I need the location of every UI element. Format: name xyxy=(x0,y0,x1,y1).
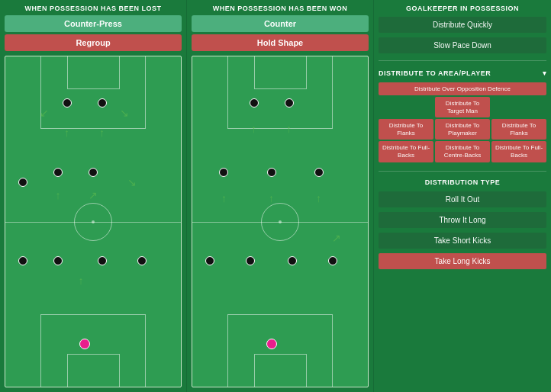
arrow-icon: ↑ xyxy=(56,190,61,201)
arrow-icon: ↗ xyxy=(332,233,341,243)
distribute-full-backs-left-button[interactable]: Distribute To Full-Backs xyxy=(379,141,433,162)
arrow-icon: ↑ xyxy=(251,124,256,134)
pitch-center-dot xyxy=(279,220,282,223)
distribute-grid: Distribute Over Opposition Defence Distr… xyxy=(379,82,546,162)
roll-it-out-button[interactable]: Roll It Out xyxy=(379,191,546,207)
player xyxy=(285,98,294,108)
divider xyxy=(379,60,546,61)
slow-pace-down-button[interactable]: Slow Pace Down xyxy=(379,37,546,53)
player xyxy=(98,98,107,108)
goalkeeper xyxy=(79,339,90,349)
throw-it-long-button[interactable]: Throw It Long xyxy=(379,212,546,228)
player xyxy=(267,168,276,177)
panel-possession-lost: WHEN POSSESSION HAS BEEN LOST Counter-Pr… xyxy=(0,0,187,392)
panel-left-header: WHEN POSSESSION HAS BEEN LOST xyxy=(5,5,182,12)
arrow-icon: ↑ xyxy=(99,127,105,138)
player xyxy=(18,178,27,187)
dist-type-header: DISTRIBUTION TYPE xyxy=(379,178,546,186)
pitch-top-small-box xyxy=(67,56,120,89)
player xyxy=(288,256,297,265)
panel-goalkeeper: GOALKEEPER IN POSSESSION Distribute Quic… xyxy=(374,0,551,392)
arrow-icon: ↑ xyxy=(316,193,321,204)
player xyxy=(328,256,337,265)
panel-middle-header: WHEN POSSESSION HAS BEEN WON xyxy=(192,5,369,12)
distribute-flanks-right-button[interactable]: Distribute To Flanks xyxy=(491,119,546,140)
panel-possession-won: WHEN POSSESSION HAS BEEN WON Counter Hol… xyxy=(187,0,374,392)
hold-shape-button[interactable]: Hold Shape xyxy=(192,34,369,51)
player xyxy=(98,256,107,265)
chevron-down-icon[interactable]: ▾ xyxy=(543,69,547,77)
pitch-bottom-small-box xyxy=(254,354,307,387)
pitch-center-dot xyxy=(92,220,95,223)
regroup-button[interactable]: Regroup xyxy=(5,34,182,51)
arrow-icon: ↑ xyxy=(221,193,227,204)
player xyxy=(250,98,259,108)
player xyxy=(205,256,214,265)
goalkeeper xyxy=(266,339,277,349)
player xyxy=(63,98,72,108)
distribute-over-opposition-button[interactable]: Distribute Over Opposition Defence xyxy=(379,82,546,95)
player xyxy=(89,168,98,177)
player xyxy=(314,168,324,177)
arrow-icon: ↘ xyxy=(120,108,129,118)
arrow-icon: ↗ xyxy=(89,190,98,201)
distribute-full-backs-right-button[interactable]: Distribute To Full-Backs xyxy=(491,141,546,162)
arrow-icon: ↑ xyxy=(286,124,292,134)
counter-press-button[interactable]: Counter-Press xyxy=(5,15,182,32)
empty-cell xyxy=(379,97,433,117)
distribute-header: DISTRIBUTE TO AREA/PLAYER ▾ xyxy=(379,69,546,77)
arrow-icon: ↑ xyxy=(78,275,83,286)
arrow-icon: ↑ xyxy=(269,193,274,204)
player xyxy=(137,256,147,265)
distribute-playmaker-button[interactable]: Distribute To Playmaker xyxy=(435,119,490,140)
main-container: WHEN POSSESSION HAS BEEN LOST Counter-Pr… xyxy=(0,0,551,392)
distribute-centre-backs-button[interactable]: Distribute To Centre-Backs xyxy=(435,141,490,162)
empty-cell xyxy=(491,97,546,117)
pitch-top-small-box xyxy=(254,56,307,89)
gk-header: GOALKEEPER IN POSSESSION xyxy=(379,5,546,12)
take-short-kicks-button[interactable]: Take Short Kicks xyxy=(379,233,546,249)
distribute-quickly-button[interactable]: Distribute Quickly xyxy=(379,17,546,33)
player xyxy=(18,256,27,265)
divider xyxy=(379,171,546,172)
distribute-flanks-left-button[interactable]: Distribute To Flanks xyxy=(379,119,433,140)
player xyxy=(53,256,63,265)
counter-button[interactable]: Counter xyxy=(192,15,369,32)
left-pitch: ↙ ↘ ↑ ↑ ↑ ↗ ↘ ↑ xyxy=(5,56,182,387)
middle-pitch: ↑ ↑ ↑ ↑ ↑ ↗ xyxy=(192,56,369,387)
distribute-header-text: DISTRIBUTE TO AREA/PLAYER xyxy=(379,69,491,77)
player xyxy=(219,168,228,177)
arrow-icon: ↑ xyxy=(64,127,69,138)
arrow-icon: ↘ xyxy=(127,177,137,188)
take-long-kicks-button[interactable]: Take Long Kicks xyxy=(379,253,546,269)
distribute-target-man-button[interactable]: Distribute To Target Man xyxy=(435,97,490,117)
player xyxy=(246,256,255,265)
arrow-icon: ↙ xyxy=(40,108,49,118)
pitch-bottom-small-box xyxy=(67,354,120,387)
player xyxy=(53,168,63,177)
